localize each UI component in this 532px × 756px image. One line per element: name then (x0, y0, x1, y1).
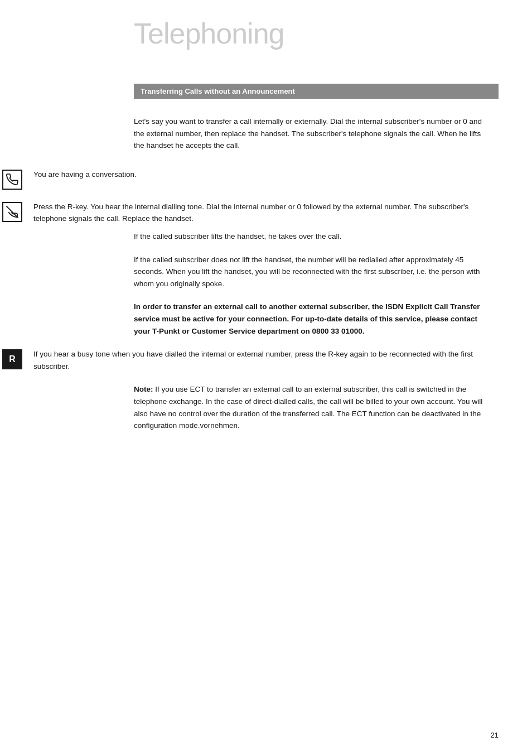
handset-icon (6, 174, 18, 186)
step-row-2: R Press the R-key. You hear the internal… (33, 201, 499, 225)
step1-text: You are having a conversation. (33, 168, 137, 181)
step-icons-3: R (0, 348, 33, 369)
intro-text: Let's say you want to transfer a call in… (134, 115, 487, 152)
page: Telephoning Transferring Calls without a… (0, 0, 532, 756)
handset-icon-box (2, 170, 22, 190)
r-key-icon-2: R (2, 349, 22, 369)
step-icons-2: R (0, 201, 33, 222)
para1: If the called subscriber lifts the hands… (134, 230, 487, 243)
step3-text: If you hear a busy tone when you have di… (33, 348, 499, 372)
step2-text: Press the R-key. You hear the internal d… (33, 201, 499, 225)
handset-down-icon-box (2, 202, 22, 222)
note-paragraph: Note: If you use ECT to transfer an exte… (134, 383, 487, 431)
page-number: 21 (491, 731, 499, 739)
note-label: Note: (134, 385, 153, 393)
r-label-2: R (9, 354, 16, 364)
step-row-1: You are having a conversation. (33, 168, 499, 190)
step-row-3: R If you hear a busy tone when you have … (33, 348, 499, 372)
para2: If the called subscriber does not lift t… (134, 254, 487, 290)
section-header: Transferring Calls without an Announceme… (134, 84, 499, 99)
note-text: If you use ECT to transfer an external c… (134, 385, 482, 430)
para-bold: In order to transfer an external call to… (134, 301, 487, 337)
handset-down-icon (6, 206, 18, 218)
page-title: Telephoning (134, 17, 499, 50)
step-icons-1 (0, 168, 33, 190)
